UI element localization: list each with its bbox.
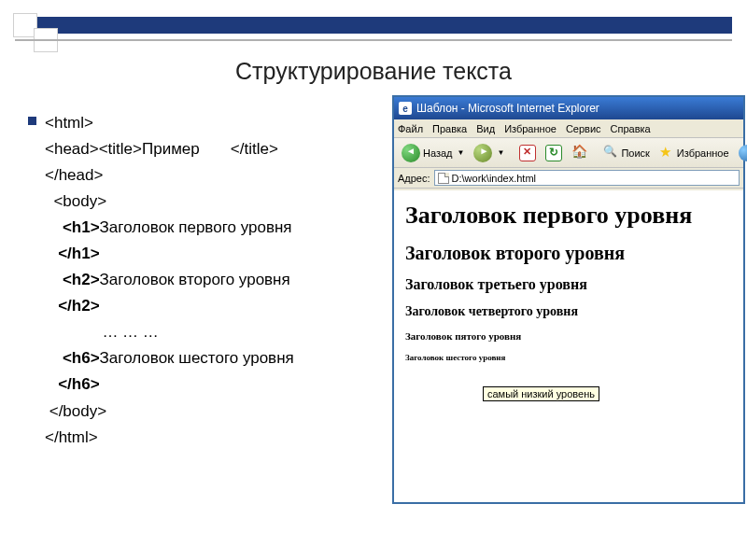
code-line: </h1> <box>45 241 362 267</box>
search-label: Поиск <box>621 147 649 159</box>
menu-edit[interactable]: Правка <box>432 123 467 134</box>
menu-favorites[interactable]: Избранное <box>504 123 557 134</box>
favorites-button[interactable]: Избранное <box>655 144 733 162</box>
code-line: </html> <box>45 425 362 451</box>
slide-decoration <box>15 17 732 34</box>
address-value: D:\work\index.html <box>452 173 536 184</box>
favorites-label: Избранное <box>677 147 729 159</box>
ie-app-icon: e <box>399 102 412 115</box>
forward-button[interactable]: ▼ <box>470 142 508 164</box>
search-button[interactable]: Поиск <box>599 144 653 162</box>
ie-window-title: Шаблон - Microsoft Internet Explorer <box>416 102 599 115</box>
heading-h4: Заголовок четвертого уровня <box>405 304 732 319</box>
ie-toolbar: Назад ▼ ▼ Поиск Избранное <box>394 138 743 168</box>
address-label: Адрес: <box>398 173 430 184</box>
menu-help[interactable]: Справка <box>611 123 651 134</box>
bullet-icon <box>28 117 36 125</box>
code-line: <body> <box>45 189 362 215</box>
chevron-down-icon: ▼ <box>458 148 465 157</box>
search-icon <box>603 146 618 161</box>
address-input[interactable]: D:\work\index.html <box>434 170 740 186</box>
star-icon <box>659 146 674 161</box>
heading-h5: Заголовок пятого уровня <box>405 330 732 342</box>
stop-icon <box>519 145 536 161</box>
ie-page-content: Заголовок первого уровня Заголовок второ… <box>394 190 743 502</box>
code-line: </body> <box>45 399 362 425</box>
media-icon <box>739 145 747 161</box>
back-arrow-icon <box>402 144 420 162</box>
tooltip: самый низкий уровень <box>483 386 599 401</box>
menu-tools[interactable]: Сервис <box>566 123 601 134</box>
code-example: <html> <head><title>Пример </title> </he… <box>45 110 362 451</box>
code-line: </head> <box>45 162 362 189</box>
home-icon <box>571 145 588 161</box>
code-line: <html> <box>45 110 362 136</box>
slide-title: Структурирование текста <box>0 58 747 85</box>
slide-decoration-line <box>15 39 732 41</box>
stop-button[interactable] <box>515 143 540 163</box>
menu-view[interactable]: Вид <box>476 123 495 134</box>
forward-arrow-icon <box>473 144 492 162</box>
code-line: … … … <box>45 319 362 345</box>
code-line: <h1>Заголовок первого уровня <box>45 215 362 241</box>
heading-h1: Заголовок первого уровня <box>405 202 732 230</box>
code-line: <head><title>Пример </title> <box>45 136 362 162</box>
code-line: <h2>Заголовок второго уровня <box>45 267 362 293</box>
code-line: </h2> <box>45 293 362 319</box>
ie-address-bar: Адрес: D:\work\index.html <box>394 168 743 189</box>
home-button[interactable] <box>568 143 592 163</box>
back-label: Назад <box>423 147 453 159</box>
media-button[interactable] <box>735 143 747 163</box>
refresh-icon <box>545 145 562 161</box>
ie-menubar: Файл Правка Вид Избранное Сервис Справка <box>394 119 743 138</box>
code-line: </h6> <box>45 371 362 398</box>
refresh-button[interactable] <box>542 143 566 163</box>
heading-h3: Заголовок третьего уровня <box>405 276 732 293</box>
heading-h6: Заголовок шестого уровня <box>405 353 732 362</box>
code-line: <h6>Заголовок шестого уровня <box>45 345 362 371</box>
ie-window: e Шаблон - Microsoft Internet Explorer Ф… <box>392 95 745 504</box>
heading-h2: Заголовок второго уровня <box>405 243 732 264</box>
chevron-down-icon: ▼ <box>497 148 504 157</box>
ie-titlebar: e Шаблон - Microsoft Internet Explorer <box>394 97 743 119</box>
menu-file[interactable]: Файл <box>398 123 423 134</box>
page-icon <box>438 173 449 184</box>
back-button[interactable]: Назад ▼ <box>398 142 468 164</box>
